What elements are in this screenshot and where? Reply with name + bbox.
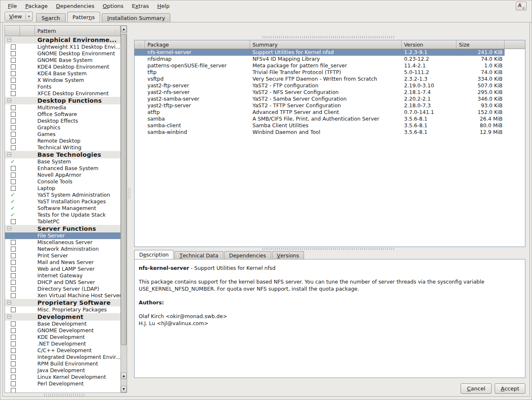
- pattern-checkbox[interactable]: [11, 375, 16, 380]
- tab-versions[interactable]: Versions: [272, 251, 304, 259]
- package-row[interactable]: ✓ samba-client Samba Client Utilities 3.…: [135, 122, 525, 129]
- pattern-row[interactable]: − ✓ ✓ Technical Writing: [5, 144, 120, 151]
- pattern-row[interactable]: − ✓ ✓ Multimedia: [5, 104, 120, 111]
- pattern-checkbox[interactable]: [11, 361, 16, 366]
- menu-package[interactable]: Package: [21, 1, 52, 11]
- pattern-checkbox[interactable]: [11, 64, 16, 69]
- tab-patterns[interactable]: Patterns: [67, 12, 101, 22]
- scroll-up-button[interactable]: ▲: [121, 26, 127, 32]
- splitter-handle-vertical[interactable]: [127, 25, 131, 393]
- package-status-cell[interactable]: ✓: [135, 82, 145, 89]
- pattern-checkbox[interactable]: [11, 348, 16, 353]
- expander-minus-icon[interactable]: −: [7, 38, 11, 42]
- pattern-checkbox[interactable]: [11, 273, 16, 278]
- pattern-checkbox[interactable]: [11, 51, 16, 56]
- package-status-cell[interactable]: ✓: [135, 76, 145, 82]
- package-row[interactable]: ✓ yast2-samba-server YaST2 - Samba Serve…: [135, 96, 525, 102]
- pattern-checkbox[interactable]: [11, 368, 16, 373]
- pattern-checkbox[interactable]: [11, 321, 16, 326]
- pattern-checkbox[interactable]: [11, 219, 16, 224]
- summary-column-header[interactable]: Summary: [250, 40, 402, 49]
- pattern-row[interactable]: − ✓ ✓ KDE Development: [5, 334, 120, 341]
- pattern-row[interactable]: − ✓ ✓ Internet Gateway: [5, 272, 120, 279]
- pattern-row[interactable]: − ✓ ✓ KDE4 Base System: [5, 70, 120, 77]
- menu-dependencies[interactable]: Dependencies: [52, 1, 99, 11]
- pattern-row[interactable]: − ✓ ✓ Enhanced Base System: [5, 165, 120, 172]
- package-row[interactable]: ✓ samba-winbind Winbind Daemon and Tool …: [135, 129, 525, 136]
- pattern-row[interactable]: − ✓ ✓ Base Development: [5, 321, 120, 327]
- view-dropdown-button[interactable]: View ▾: [5, 12, 33, 21]
- pattern-checkbox[interactable]: [11, 125, 16, 130]
- package-status-cell[interactable]: ✓: [135, 62, 145, 69]
- pattern-checkbox[interactable]: [11, 166, 16, 171]
- selected-check-icon[interactable]: ✓: [10, 232, 15, 239]
- package-status-cell[interactable]: ✓: [135, 102, 145, 109]
- package-row[interactable]: ✓ tftp Trivial File Transfer Protocol (T…: [135, 69, 525, 76]
- pattern-checkbox[interactable]: [11, 267, 16, 272]
- pattern-row[interactable]: − ✓ ✓ TabletPC: [5, 218, 120, 225]
- package-status-cell[interactable]: ✓: [135, 129, 145, 136]
- package-status-cell[interactable]: ✓: [135, 122, 145, 129]
- scroll-up-button-bottom[interactable]: ▲: [121, 373, 127, 379]
- auto-selected-check-icon[interactable]: ✓: [10, 192, 15, 198]
- menu-options[interactable]: Options: [98, 1, 127, 11]
- pattern-row[interactable]: − ✓ ✓ Perl Development: [5, 380, 120, 387]
- pattern-checkbox[interactable]: [11, 381, 16, 386]
- pattern-checkbox[interactable]: [11, 84, 16, 89]
- pattern-row[interactable]: − ✓ ✓ X Window System: [5, 77, 120, 84]
- pattern-checkbox[interactable]: [11, 138, 16, 143]
- package-status-cell[interactable]: ✓: [135, 56, 145, 62]
- pattern-checkbox[interactable]: [11, 307, 16, 312]
- pattern-row[interactable]: − ✓ ✓ Mail and News Server: [5, 259, 120, 266]
- pattern-row[interactable]: − ✓ ✓ Print Server: [5, 252, 120, 259]
- pattern-row[interactable]: − ✓ ✓ C/C++ Development: [5, 347, 120, 354]
- splitter-handle-top[interactable]: [132, 36, 525, 39]
- pattern-checkbox[interactable]: [11, 173, 16, 178]
- expander-minus-icon[interactable]: −: [7, 99, 11, 102]
- version-column-header[interactable]: Version: [402, 40, 456, 49]
- menu-file[interactable]: File: [4, 1, 21, 11]
- pattern-checkbox[interactable]: [11, 280, 16, 285]
- package-status-cell[interactable]: ✓: [135, 109, 145, 116]
- pattern-row[interactable]: − ✓ ✓ Laptop: [5, 185, 120, 192]
- auto-check-toggle-button[interactable]: A ✕ a: [516, 2, 527, 10]
- scroll-down-button[interactable]: ▼: [121, 386, 127, 393]
- accept-button[interactable]: Accept: [495, 383, 525, 394]
- pattern-row[interactable]: − ✓ ✓ Tests for the Update Stack: [5, 212, 120, 218]
- pattern-row[interactable]: − ✓ ✓ Server Functions: [5, 225, 120, 232]
- pattern-row[interactable]: − ✓ ✓ YaST Installation Packages: [5, 198, 120, 205]
- pattern-row[interactable]: − ✓ ✓ File Server: [5, 232, 120, 239]
- pattern-checkbox[interactable]: [11, 186, 16, 191]
- pattern-row[interactable]: − ✓ ✓ Fonts: [5, 84, 120, 90]
- pattern-row[interactable]: − ✓ ✓ Directory Server (LDAP): [5, 286, 120, 292]
- pattern-checkbox[interactable]: [11, 335, 16, 340]
- expander-minus-icon[interactable]: −: [7, 315, 11, 319]
- package-row[interactable]: ✓ samba A SMB/CIFS File, Print, and Auth…: [135, 116, 525, 122]
- pattern-row[interactable]: − ✓ ✓ Lightweight X11 Desktop Envi...: [5, 44, 120, 50]
- auto-selected-check-icon[interactable]: ✓: [10, 198, 15, 205]
- pattern-checkbox[interactable]: [11, 253, 16, 258]
- scrollbar-thumb[interactable]: [121, 34, 127, 345]
- expander-minus-icon[interactable]: −: [7, 153, 11, 156]
- pattern-row[interactable]: − ✓ ✓ GNOME Base System: [5, 57, 120, 64]
- pattern-row[interactable]: − ✓ ✓ Games: [5, 131, 120, 138]
- auto-selected-check-icon[interactable]: ✓: [10, 205, 15, 212]
- pattern-row[interactable]: − ✓ ✓ GNOME Desktop Environment: [5, 50, 120, 57]
- pattern-row[interactable]: − ✓ ✓ Base System: [5, 158, 120, 165]
- pattern-checkbox[interactable]: [11, 71, 16, 76]
- pattern-row[interactable]: − ✓ ✓ .NET Development: [5, 341, 120, 347]
- pattern-checkbox[interactable]: [11, 240, 16, 245]
- package-column-header[interactable]: Package: [145, 40, 250, 49]
- pattern-row[interactable]: − ✓ ✓ Miscellaneous Server: [5, 239, 120, 246]
- package-row[interactable]: ✓ atftp Advanced TFTP Server and Client …: [135, 109, 525, 116]
- package-status-cell[interactable]: ✓: [135, 69, 145, 76]
- size-column-header[interactable]: Size: [456, 40, 505, 49]
- pattern-checkbox[interactable]: [11, 293, 16, 298]
- status-column-header[interactable]: △: [135, 40, 145, 49]
- menu-extras[interactable]: Extras: [127, 1, 153, 11]
- sidebar-scrollbar[interactable]: ▲ ▲ ▼: [120, 26, 127, 393]
- pattern-checkbox[interactable]: [11, 58, 16, 63]
- package-row[interactable]: ✓ nfsidmap NFSv4 ID Mapping Library 0.23…: [135, 56, 525, 62]
- pattern-row[interactable]: − ✓ ✓ Java Development: [5, 367, 120, 374]
- package-status-cell[interactable]: ✓: [135, 96, 145, 102]
